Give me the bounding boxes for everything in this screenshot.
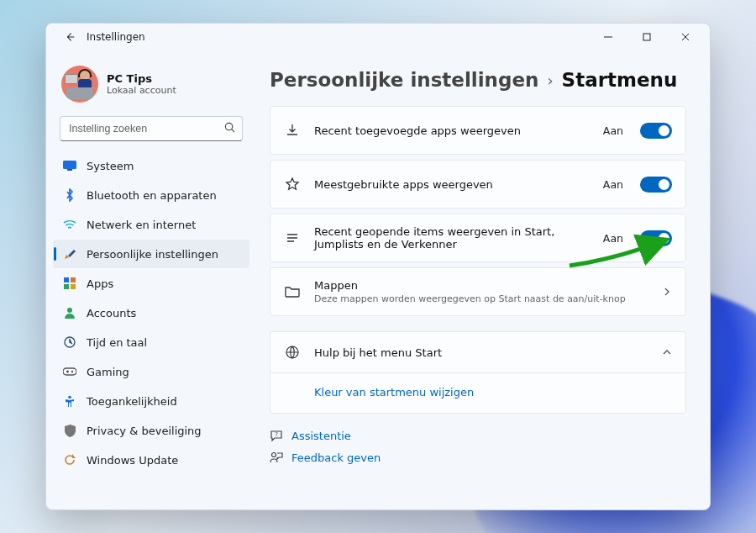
feedback-label: Feedback geven [291,451,381,464]
assistance-link[interactable]: ? Assistentie [270,429,686,442]
folder-icon [284,283,301,300]
setting-row-folders: Mappen Deze mappen worden weergegeven op… [270,267,686,316]
search-icon [223,121,236,134]
sidebar-item-label: Windows Update [87,454,178,467]
avatar [61,66,98,103]
content-area: Persoonlijke instellingen › Startmenu Re… [256,50,710,509]
help-title: Hulp bij het menu Start [314,346,648,359]
profile-block[interactable]: PC Tips Lokaal account [53,59,249,114]
svg-rect-3 [67,169,72,171]
sidebar-item-label: Tijd en taal [87,336,147,349]
window-title: Instellingen [87,31,145,43]
sidebar-item-system[interactable]: Systeem [53,151,249,180]
svg-rect-7 [71,284,76,289]
update-icon [63,453,76,467]
sidebar-item-accounts[interactable]: Accounts [53,298,249,327]
sidebar-item-privacy[interactable]: Privacy & beveiliging [53,416,249,445]
shield-icon [63,424,76,437]
assistance-label: Assistentie [291,430,351,442]
chevron-up-icon [662,347,672,357]
setting-title: Mappen [314,279,648,292]
sidebar-item-label: Apps [87,277,113,290]
accessibility-icon [63,394,76,408]
title-bar: Instellingen [46,24,710,50]
sidebar-item-windows-update[interactable]: Windows Update [53,446,249,474]
wifi-icon [63,218,76,231]
maximize-button[interactable] [627,25,666,49]
toggle-switch[interactable] [640,230,672,246]
sidebar-item-apps[interactable]: Apps [53,269,249,298]
setting-row[interactable]: Meestgebruikte apps weergeven Aan [270,161,685,208]
help-links: Kleur van startmenu wijzigen [270,372,685,413]
sidebar-item-label: Systeem [87,160,134,172]
apps-icon [63,277,76,290]
help-expander[interactable]: Hulp bij het menu Start [270,332,685,372]
bluetooth-icon [63,188,76,202]
arrow-left-icon [64,31,76,43]
toggle-switch[interactable] [640,123,672,139]
profile-subtitle: Lokaal account [107,85,176,96]
window-body: PC Tips Lokaal account Systeem Bluetooth… [46,50,710,509]
sidebar-item-bluetooth[interactable]: Bluetooth en apparaten [53,181,249,209]
setting-row-most-used: Meestgebruikte apps weergeven Aan [270,160,686,208]
search-input[interactable] [60,116,243,141]
back-button[interactable] [58,25,81,49]
close-button[interactable] [666,25,705,49]
sidebar-item-label: Privacy & beveiliging [87,425,202,437]
sidebar-item-accessibility[interactable]: Toegankelijkheid [53,387,249,415]
sidebar-item-label: Bluetooth en apparaten [87,189,217,202]
toggle-switch[interactable] [640,177,672,193]
svg-rect-6 [64,284,69,289]
nav-list: Systeem Bluetooth en apparaten Netwerk e… [53,151,249,474]
svg-point-11 [71,371,73,372]
setting-row-recent-apps: Recent toegevoegde apps weergeven Aan [270,106,686,155]
list-icon [284,230,301,246]
sidebar-item-label: Netwerk en internet [87,219,196,231]
breadcrumb-current: Startmenu [562,69,678,91]
window-controls [589,25,705,49]
gaming-icon [63,365,76,378]
person-icon [63,306,76,319]
help-link[interactable]: Kleur van startmenu wijzigen [314,386,474,398]
sidebar-item-time-language[interactable]: Tijd en taal [53,328,249,356]
star-icon [284,176,301,193]
close-icon [681,33,690,41]
settings-window: Instellingen PC Tips Lokaal account [45,23,711,510]
download-icon [284,122,301,139]
sidebar-item-gaming[interactable]: Gaming [53,357,249,386]
svg-rect-4 [64,277,69,282]
svg-point-8 [67,308,72,313]
chat-help-icon: ? [270,429,283,442]
svg-point-15 [272,453,276,457]
setting-row[interactable]: Mappen Deze mappen worden weergegeven op… [270,268,685,315]
svg-point-12 [68,396,71,399]
sidebar-item-personalization[interactable]: Persoonlijke instellingen [53,240,249,268]
profile-name: PC Tips [107,72,176,85]
chevron-right-icon: › [547,71,553,89]
svg-point-1 [225,123,232,129]
feedback-icon [270,451,283,464]
sidebar-item-network[interactable]: Netwerk en internet [53,210,249,239]
toggle-state-label: Aan [603,178,623,191]
feedback-link[interactable]: Feedback geven [270,451,686,464]
breadcrumb-parent[interactable]: Persoonlijke instellingen [270,69,538,91]
svg-text:?: ? [275,431,278,438]
svg-rect-2 [63,161,76,169]
footer-links: ? Assistentie Feedback geven [270,429,686,464]
toggle-state-label: Aan [603,232,623,245]
setting-subtitle: Deze mappen worden weergegeven op Start … [314,293,648,304]
setting-title: Recent geopende items weergeven in Start… [314,225,590,251]
breadcrumb: Persoonlijke instellingen › Startmenu [260,59,686,106]
sidebar-item-label: Toegankelijkheid [87,395,177,408]
globe-help-icon [284,344,301,361]
setting-row[interactable]: Recent geopende items weergeven in Start… [270,214,685,261]
sidebar-item-label: Gaming [87,366,129,378]
setting-title: Meestgebruikte apps weergeven [314,178,590,191]
svg-rect-10 [63,368,76,375]
setting-row[interactable]: Recent toegevoegde apps weergeven Aan [270,107,685,154]
sidebar-item-label: Persoonlijke instellingen [87,248,218,261]
minimize-button[interactable] [589,25,627,49]
svg-rect-0 [643,34,650,40]
display-icon [63,159,76,172]
search-box [60,116,243,141]
